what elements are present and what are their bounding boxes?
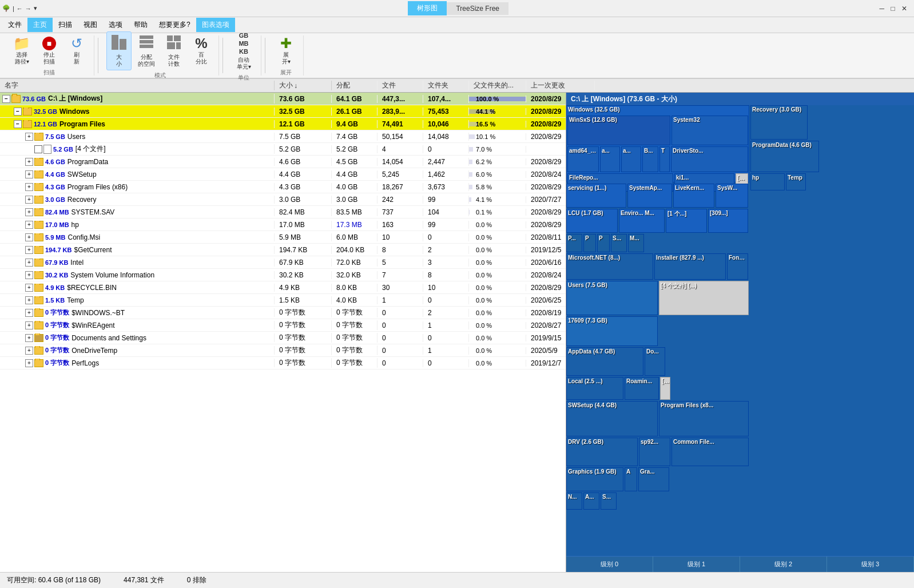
expand-btn[interactable]: + — [25, 133, 33, 141]
tree-row[interactable]: +17.0 MBhp17.0 MB17.3 MB163990.0 %2020/8… — [0, 218, 566, 231]
menu-help[interactable]: 帮助 — [128, 18, 153, 32]
treemap-block[interactable]: Installer (827.9 ...) — [654, 253, 726, 280]
treemap-block[interactable]: 17609 (7.3 GB) — [566, 316, 658, 346]
minimize-btn[interactable]: ─ — [880, 5, 885, 13]
tree-row[interactable]: +4.3 GBProgram Files (x86)4.3 GB4.0 GB18… — [0, 181, 566, 193]
treemap-block[interactable]: LCU (1.7 GB) — [566, 209, 618, 233]
treemap-block[interactable]: a... — [621, 146, 641, 172]
expand-btn[interactable]: + — [25, 347, 33, 355]
treemap-block[interactable]: A... — [583, 492, 599, 510]
tree-row[interactable]: +3.0 GBRecovery3.0 GB3.0 GB242994.1 %202… — [0, 193, 566, 206]
col-header-name[interactable]: 名字 — [0, 81, 275, 90]
treemap-block[interactable]: B... — [642, 146, 658, 172]
tree-row[interactable]: +4.4 GBSWSetup4.4 GB4.4 GB5,2451,4626.0 … — [0, 168, 566, 181]
expand-btn[interactable]: − — [2, 95, 10, 103]
treemap-level-0[interactable]: 级别 0 — [566, 557, 653, 572]
tree-row[interactable]: +4.6 GBProgramData4.6 GB4.5 GB14,0542,44… — [0, 156, 566, 168]
col-header-files[interactable]: 文件 — [377, 81, 423, 90]
treemap-block[interactable]: AppData (4.7 GB) — [566, 347, 643, 376]
expand-btn[interactable]: + — [25, 170, 33, 178]
treemap-block[interactable]: Enviro... M... — [619, 209, 665, 233]
file-count-button[interactable]: 文件计数 — [161, 32, 186, 70]
expand-btn[interactable]: + — [25, 284, 33, 292]
expand-btn[interactable]: + — [25, 321, 33, 329]
tree-row[interactable]: −32.5 GBWindows32.5 GB26.1 GB283,9...75,… — [0, 105, 566, 118]
percent-mode-button[interactable]: % 百分比 — [189, 34, 214, 67]
close-btn[interactable]: ✕ — [901, 5, 907, 13]
tree-row[interactable]: +82.4 MBSYSTEM.SAV82.4 MB83.5 MB7371040.… — [0, 206, 566, 218]
treemap-block[interactable]: DRV (2.6 GB) — [566, 438, 638, 466]
treemap-block[interactable]: SWSetup (4.4 GB) — [566, 401, 658, 436]
alloc-mode-button[interactable]: 分配的空间 — [134, 32, 159, 70]
treemap-block[interactable]: Gra... — [638, 467, 669, 491]
expand-button[interactable]: ✚ 展开▾ — [273, 34, 299, 67]
treemap-block[interactable]: DriverSto... — [671, 146, 748, 172]
menu-chart[interactable]: 图表选项 — [196, 18, 235, 32]
treemap-block[interactable]: M... — [628, 234, 644, 252]
tree-row[interactable]: −12.1 GBProgram Files12.1 GB9.4 GB74,491… — [0, 118, 566, 130]
size-mode-button[interactable]: 大小 — [106, 31, 132, 70]
tree-row[interactable]: +194.7 KB$GetCurrent194.7 KB204.0 KB820.… — [0, 244, 566, 256]
treemap-level-2[interactable]: 级别 2 — [740, 557, 827, 572]
treemap-level-1[interactable]: 级别 1 — [653, 557, 740, 572]
col-header-modified[interactable]: 上一次更改 — [526, 81, 595, 90]
col-header-folders[interactable]: 文件夹 — [423, 81, 469, 90]
tree-row[interactable]: +0 字节数$WINDOWS.~BT0 字节数0 字节数020.0 %2020/… — [0, 307, 566, 319]
maximize-btn[interactable]: □ — [891, 5, 895, 13]
treemap-block[interactable]: Users (7.5 GB) — [566, 281, 658, 315]
treemap-level-3[interactable]: 级别 3 — [827, 557, 914, 572]
treemap-block[interactable]: S... — [601, 492, 617, 510]
treemap-block[interactable]: Common File... — [671, 438, 749, 466]
expand-btn[interactable]: − — [14, 108, 22, 116]
menu-scan[interactable]: 扫描 — [53, 18, 78, 32]
treemap-block[interactable]: LiveKern... — [673, 184, 714, 208]
tree-row[interactable]: +4.9 KB$RECYCLE.BIN4.9 KB8.0 KB30100.0 %… — [0, 281, 566, 294]
treemap-block[interactable]: servicing (1...) — [566, 184, 626, 208]
tree-row[interactable]: +0 字节数Documents and Settings0 字节数0 字节数00… — [0, 332, 566, 344]
treemap-block[interactable]: hp — [750, 173, 785, 190]
col-header-size[interactable]: 大小 ↓ — [275, 81, 332, 90]
tree-row[interactable]: +67.9 KBIntel67.9 KB72.0 KB530.0 %2020/6… — [0, 256, 566, 269]
tree-row[interactable]: +0 字节数OneDriveTemp0 字节数0 字节数010.0 %2020/… — [0, 344, 566, 357]
tree-row[interactable]: +1.5 KBTemp1.5 KB4.0 KB100.0 %2020/6/25 — [0, 294, 566, 307]
tree-row[interactable]: +0 字节数$WinREAgent0 字节数0 字节数010.0 %2020/8… — [0, 319, 566, 332]
treemap-block[interactable]: ProgramData (4.6 GB) — [750, 141, 819, 172]
expand-btn[interactable]: − — [14, 120, 22, 128]
expand-btn[interactable]: + — [25, 246, 33, 254]
tree-list[interactable]: −73.6 GBC:\ 上 [Windows]73.6 GB64.1 GB447… — [0, 93, 566, 572]
treemap-block[interactable]: Roamin... — [625, 377, 659, 400]
expand-btn[interactable]: + — [25, 233, 33, 241]
forward-btn[interactable]: → — [25, 5, 31, 12]
tree-row[interactable]: +0 字节数PerfLogs0 字节数0 字节数000.0 %2019/12/7 — [0, 357, 566, 370]
expand-btn[interactable]: + — [25, 158, 33, 166]
expand-btn[interactable]: + — [25, 221, 33, 229]
expand-btn[interactable]: + — [25, 296, 33, 304]
expand-btn[interactable]: + — [25, 183, 33, 191]
treemap-block[interactable]: [1 个...] — [666, 209, 707, 233]
tree-row[interactable]: +7.5 GBUsers7.5 GB7.4 GB50,15414,04810.1… — [0, 130, 566, 143]
treemap-block[interactable]: System32 — [671, 116, 748, 145]
treemap-block[interactable]: Fonts (...) — [727, 253, 748, 280]
treemap-block[interactable]: A — [625, 467, 637, 491]
tab-treesize[interactable]: TreeSize Free — [447, 2, 508, 15]
treemap-block[interactable]: [4 个文件] (...) — [659, 281, 749, 315]
treemap-block[interactable]: Microsoft.NET (8...) — [566, 253, 653, 280]
treemap-block[interactable]: S... — [611, 234, 627, 252]
treemap-block[interactable]: WinSxS (12.8 GB) — [567, 116, 670, 145]
menu-home[interactable]: 主页 — [27, 18, 53, 32]
treemap-block[interactable]: P... — [566, 234, 582, 252]
expand-btn[interactable]: + — [25, 259, 33, 267]
expand-btn[interactable]: + — [25, 208, 33, 216]
treemap-block[interactable]: [ S... — [660, 377, 670, 400]
refresh-button[interactable]: ↺ 刷新 — [64, 34, 89, 67]
tree-row[interactable]: +30.2 KBSystem Volume Information30.2 KB… — [0, 269, 566, 281]
tree-row[interactable]: +5.9 MBConfig.Msi5.9 MB6.0 MB1000.0 %202… — [0, 231, 566, 244]
quick-access[interactable]: | — [13, 5, 14, 12]
treemap-block[interactable]: Recovery (3.0 GB) — [750, 105, 808, 140]
treemap-block[interactable]: SysW... — [716, 184, 748, 208]
col-header-alloc[interactable]: 分配 — [332, 81, 377, 90]
treemap-block[interactable]: [309...] — [708, 209, 748, 233]
tree-row[interactable]: −73.6 GBC:\ 上 [Windows]73.6 GB64.1 GB447… — [0, 93, 566, 105]
treemap-block[interactable]: P — [583, 234, 596, 252]
treemap-block[interactable]: Graphics (1.9 GB) — [566, 467, 623, 491]
